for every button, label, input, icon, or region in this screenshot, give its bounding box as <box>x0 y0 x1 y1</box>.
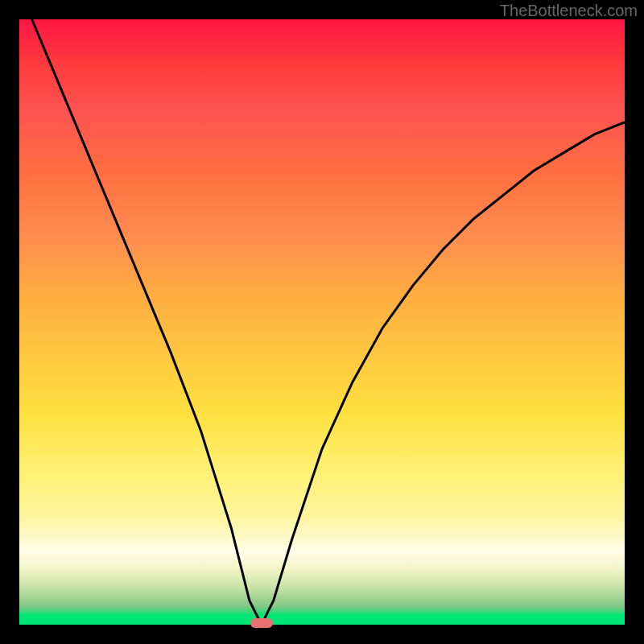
watermark-text: TheBottleneck.com <box>500 2 638 20</box>
optimal-marker <box>250 618 273 628</box>
chart-frame: TheBottleneck.com <box>0 0 644 644</box>
bottleneck-curve <box>19 19 625 625</box>
plot-area <box>19 19 625 625</box>
